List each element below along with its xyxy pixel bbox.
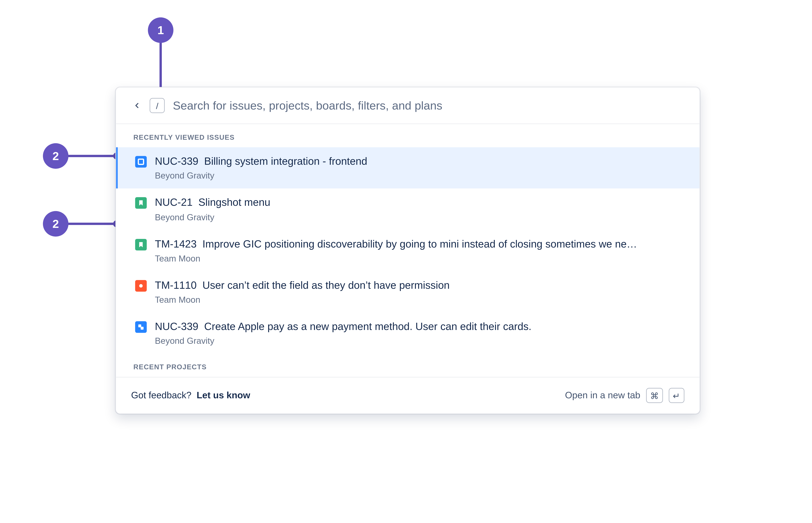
issue-row[interactable]: TM-1110 User can’t edit the field as the…	[116, 271, 700, 313]
open-new-tab-label: Open in a new tab	[565, 391, 640, 401]
issue-project: Beyond Gravity	[155, 336, 682, 346]
issue-key: NUC-339	[155, 154, 198, 168]
issue-summary: User can’t edit the field as they don’t …	[202, 278, 450, 292]
issue-project: Team Moon	[155, 295, 682, 304]
cmd-key-icon: ⌘	[646, 388, 663, 403]
task-icon	[135, 156, 147, 167]
svg-rect-2	[138, 324, 141, 327]
issue-summary: Billing system integration - frontend	[204, 154, 367, 168]
annotation-connector	[67, 155, 116, 157]
svg-rect-0	[138, 159, 144, 164]
enter-key-icon: ↵	[669, 388, 685, 403]
issue-project: Beyond Gravity	[155, 170, 682, 180]
story-icon	[135, 197, 147, 209]
annotation-connector	[67, 223, 116, 225]
svg-point-1	[139, 284, 143, 288]
annotation-badge-2a: 2	[43, 143, 69, 169]
issue-key: TM-1110	[155, 278, 197, 292]
bug-icon	[135, 280, 147, 291]
svg-rect-3	[141, 327, 144, 330]
subtask-icon	[135, 321, 147, 333]
issue-summary: Improve GIC positioning discoverability …	[202, 237, 637, 251]
issue-project: Beyond Gravity	[155, 212, 682, 222]
issue-row[interactable]: TM-1423 Improve GIC positioning discover…	[116, 230, 700, 271]
search-shortcut-key: /	[150, 98, 165, 113]
issue-key: NUC-339	[155, 320, 198, 334]
feedback-link[interactable]: Let us know	[197, 391, 250, 400]
section-header-recent-issues: RECENTLY VIEWED ISSUES	[116, 124, 700, 147]
issue-summary: Create Apple pay as a new payment method…	[204, 320, 531, 334]
issue-row[interactable]: NUC-339 Billing system integration - fro…	[116, 147, 700, 189]
recent-issues-list: NUC-339 Billing system integration - fro…	[116, 147, 700, 354]
section-header-recent-projects: RECENT PROJECTS	[116, 354, 700, 377]
search-bar: /	[116, 88, 700, 124]
issue-project: Team Moon	[155, 253, 682, 263]
annotation-badge-1: 1	[148, 17, 174, 43]
annotation-badge-2b: 2	[43, 211, 69, 237]
feedback-text: Got feedback? Let us know	[131, 391, 250, 401]
story-icon	[135, 239, 147, 250]
panel-footer: Got feedback? Let us know Open in a new …	[116, 377, 700, 414]
issue-key: TM-1423	[155, 237, 197, 251]
issue-row[interactable]: NUC-21 Slingshot menu Beyond Gravity	[116, 188, 700, 230]
issue-key: NUC-21	[155, 196, 193, 210]
issue-row[interactable]: NUC-339 Create Apple pay as a new paymen…	[116, 312, 700, 354]
back-button[interactable]	[131, 100, 143, 111]
quick-search-panel: / RECENTLY VIEWED ISSUES NUC-339 Billing…	[115, 87, 700, 414]
issue-summary: Slingshot menu	[198, 196, 270, 210]
search-input[interactable]	[172, 98, 684, 113]
